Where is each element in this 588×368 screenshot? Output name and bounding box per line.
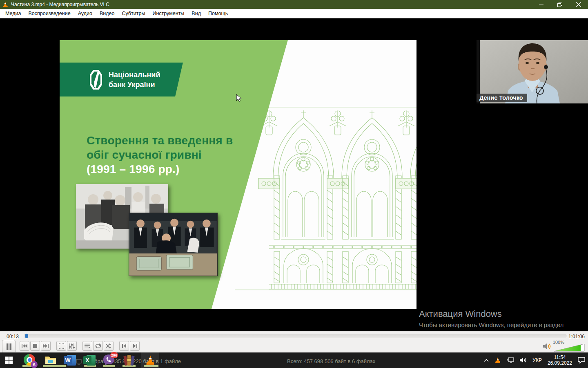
menu-subtitles[interactable]: Субтитры [118,9,149,18]
slide-title-line1: Створення та введення в [87,133,233,148]
minimize-button[interactable] [532,0,550,9]
volume-slider[interactable] [554,343,585,352]
step-back-icon [122,344,127,348]
elapsed-time: 00:13 [7,334,19,339]
stop-button[interactable] [30,341,40,351]
taskbar-excel[interactable]: X [80,352,98,368]
tray-volume-icon[interactable] [517,352,530,368]
playlist-icon [85,343,90,348]
action-center-icon[interactable] [575,352,588,368]
nbu-name-line2: банк України [109,80,160,90]
menu-help[interactable]: Помощь [205,9,232,18]
slide-title-years: (1991 – 1996 рр.) [87,162,233,176]
total-time: 1:01:06 [568,334,585,339]
loop-icon [95,343,101,348]
bank-facade-drawing [235,102,416,294]
tray-vlc-icon[interactable] [492,352,504,368]
language-indicator[interactable]: УКР [530,352,545,368]
menu-playback[interactable]: Воспроизведение [24,9,74,18]
menu-audio[interactable]: Аудио [74,9,96,18]
frame-next-button[interactable] [130,341,140,351]
menu-video[interactable]: Видео [96,9,118,18]
nbu-logo-icon [89,69,103,90]
taskbar-vlc[interactable] [141,352,159,368]
menu-tools[interactable]: Инструменты [149,9,188,18]
webcam-overlay: Денис Толочко [477,40,588,103]
speaker-icon[interactable] [543,343,551,350]
nbu-banner: Національний банк України [60,63,184,96]
playlist-button[interactable] [82,341,92,351]
taskbar-viber[interactable]: 296 [100,352,118,368]
status-total-bytes: Всего: 457 698 506 байт в 6 файлах [287,358,375,364]
restore-button[interactable] [550,0,569,9]
activation-text-line1: Чтобы активировать Windows, перейдите в … [419,321,564,329]
menu-view[interactable]: Вид [188,9,205,18]
skip-forward-icon [43,344,49,348]
viber-unread-badge: 296 [110,352,118,358]
mouse-cursor [236,94,242,103]
slide-title: Створення та введення в обіг сучасної гр… [87,133,233,176]
vlc-icon [145,355,156,366]
taskbar-word[interactable]: W [61,352,79,368]
fullscreen-button[interactable] [56,341,66,351]
tray-network-icon[interactable] [504,352,517,368]
pause-button[interactable] [2,340,16,353]
windows-logo-icon [5,357,13,364]
fullscreen-icon [59,343,64,349]
seek-handle[interactable] [25,334,28,338]
winrar-icon [123,355,135,366]
activation-title: Активация Windows [419,309,564,319]
presentation-slide: Національний банк України Створення та в… [60,40,416,309]
equalizer-icon [69,343,75,349]
windows-taskbar: Выбрано: 435 864 220 байт в 1 файле Всег… [0,352,588,368]
start-button[interactable] [0,352,18,368]
previous-button[interactable] [20,341,29,351]
vlc-app-icon [2,1,9,8]
clock-date: 26.09.2022 [548,360,572,366]
extended-settings-button[interactable] [67,341,77,351]
shuffle-icon [106,343,111,348]
pause-icon [6,343,12,350]
close-button[interactable] [569,0,588,9]
video-surface[interactable]: Національний банк України Створення та в… [0,18,588,331]
tray-chevron-up-icon[interactable] [481,352,492,368]
next-button[interactable] [41,341,51,351]
photo-signing-ceremony [129,213,218,276]
player-control-bar: 00:13 1:01:06 [0,331,588,352]
tray-clock[interactable]: 11:54 26.09.2022 [545,352,575,368]
skip-back-icon [22,344,27,348]
chrome-profile-badge: K [31,361,38,368]
file-explorer-icon [45,355,56,365]
shuffle-button[interactable] [104,341,114,351]
menu-bar: Медиа Воспроизведение Аудио Видео Субтит… [0,9,588,18]
taskbar-file-explorer[interactable] [42,352,60,368]
taskbar-chrome[interactable]: K [21,352,39,368]
loop-button[interactable] [93,341,103,351]
step-forward-icon [133,344,137,348]
window-titlebar[interactable]: Частина 3.mp4 - Медиапроигрыватель VLC [0,0,588,9]
clock-time: 11:54 [548,355,572,360]
participant-name-label: Денис Толочко [477,94,527,102]
windows-activation-watermark: Активация Windows Чтобы активировать Win… [419,309,564,331]
frame-previous-button[interactable] [119,341,129,351]
menu-media[interactable]: Медиа [2,9,24,18]
slide-title-line2: обіг сучасної гривні [87,148,233,162]
taskbar-winrar[interactable] [120,352,138,368]
seek-bar[interactable] [24,334,567,338]
window-title: Частина 3.mp4 - Медиапроигрыватель VLC [11,2,109,7]
stop-icon [33,344,37,348]
nbu-name-line1: Національний [109,70,160,80]
